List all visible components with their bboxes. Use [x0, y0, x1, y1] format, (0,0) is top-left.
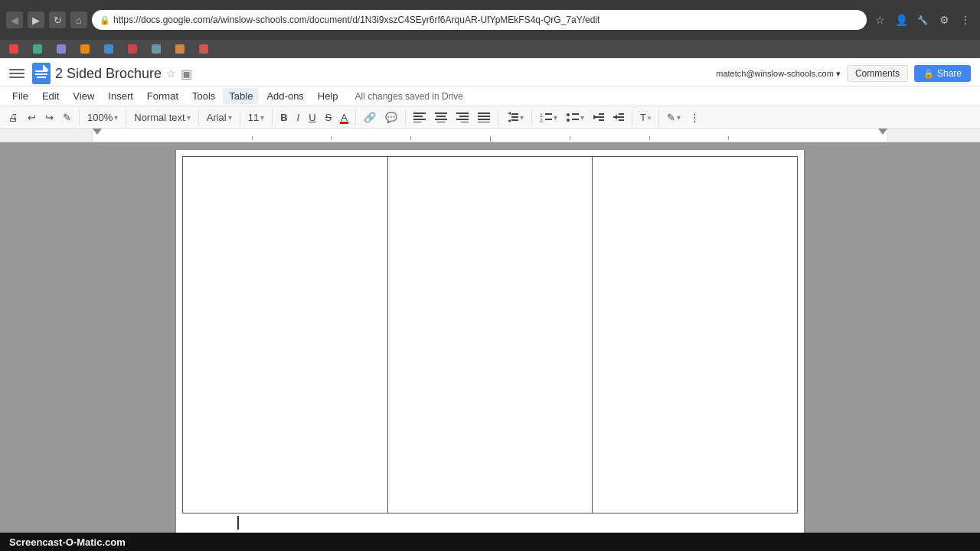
text-color-button[interactable]: A: [337, 110, 351, 125]
home-button[interactable]: ⌂: [70, 11, 87, 28]
share-button[interactable]: 🔒 Share: [914, 65, 971, 82]
bookmark-star-icon[interactable]: ☆: [871, 11, 888, 28]
svg-rect-13: [478, 116, 490, 117]
star-icon[interactable]: ☆: [166, 67, 176, 80]
align-left-button[interactable]: [410, 110, 430, 124]
ruler-tick-4: [570, 136, 570, 140]
ruler: [0, 129, 980, 142]
font-dropdown[interactable]: Arial ▾: [203, 110, 236, 125]
paintformat-button[interactable]: ✎: [59, 110, 75, 125]
hamburger-line-2: [9, 73, 24, 74]
text-cursor-area[interactable]: [237, 516, 239, 530]
undo-button[interactable]: ↩: [24, 110, 40, 125]
strikethrough-button[interactable]: S: [322, 110, 336, 125]
bullet-list-button[interactable]: ▾: [563, 110, 588, 124]
table-cell-1[interactable]: [183, 157, 388, 514]
redo-button[interactable]: ↪: [41, 110, 57, 125]
ruler-tick-5: [649, 136, 650, 140]
italic-label: I: [297, 112, 300, 123]
font-value: Arial: [207, 112, 227, 123]
bold-button[interactable]: B: [276, 110, 291, 125]
menu-table[interactable]: Table: [223, 88, 259, 104]
bookmark-5[interactable]: [100, 44, 120, 54]
bookmark-2[interactable]: [28, 44, 49, 54]
decrease-indent-button[interactable]: [590, 110, 608, 124]
bookmark-9[interactable]: [194, 44, 215, 54]
menu-help[interactable]: Help: [312, 88, 345, 104]
refresh-button[interactable]: ↻: [49, 11, 66, 28]
menu-tools[interactable]: Tools: [186, 88, 221, 104]
align-right-button[interactable]: [452, 110, 472, 124]
menu-file[interactable]: File: [6, 88, 34, 104]
paragraph-style-dropdown[interactable]: Normal text ▾: [130, 110, 194, 125]
bookmark-7[interactable]: [147, 44, 168, 54]
insert-comment-button[interactable]: 💬: [381, 110, 401, 125]
ruler-tick-6: [728, 136, 729, 140]
bookmark-9-icon: [199, 44, 208, 54]
table-cell-2[interactable]: [388, 157, 593, 514]
hamburger-line-3: [9, 77, 24, 78]
doc-area[interactable]: [0, 142, 980, 533]
sidebar-toggle-button[interactable]: [9, 66, 24, 81]
bookmark-3[interactable]: [52, 44, 73, 54]
svg-rect-29: [599, 119, 604, 121]
auto-save-status: All changes saved in Drive: [355, 91, 463, 102]
bookmark-1-icon: [9, 44, 18, 54]
extension-icon[interactable]: 🔧: [914, 11, 931, 28]
align-center-button[interactable]: [431, 110, 451, 124]
italic-button[interactable]: I: [293, 110, 304, 125]
insert-link-button[interactable]: 🔗: [360, 110, 380, 125]
ruler-margin-indicator-left[interactable]: [93, 129, 102, 135]
profile-icon[interactable]: 👤: [893, 11, 910, 28]
ruler-margin-indicator-right[interactable]: [878, 129, 887, 135]
edit-mode-button[interactable]: ✎ ▾: [663, 110, 684, 125]
bookmark-6[interactable]: [123, 44, 144, 54]
folder-icon[interactable]: ▣: [181, 67, 192, 81]
bookmark-2-icon: [33, 44, 42, 54]
forward-button[interactable]: ▶: [28, 11, 44, 28]
menu-addons[interactable]: Add-ons: [260, 88, 309, 104]
separator-2: [126, 109, 126, 125]
address-bar[interactable]: 🔒 https://docs.google.com/a/winslow-scho…: [92, 10, 867, 30]
numbered-list-arrow: ▾: [554, 113, 557, 122]
bookmark-8[interactable]: [171, 44, 191, 54]
align-justify-button[interactable]: [474, 110, 494, 124]
browser-chrome: ◀ ▶ ↻ ⌂ 🔒 https://docs.google.com/a/wins…: [0, 0, 980, 40]
clear-formatting-button[interactable]: Tx: [636, 110, 655, 125]
strikethrough-label: S: [325, 112, 332, 123]
font-size-dropdown[interactable]: 11 ▾: [244, 110, 268, 125]
paragraph-style-value: Normal text: [134, 112, 185, 123]
svg-rect-3: [413, 122, 421, 122]
separator-11: [658, 109, 659, 125]
line-spacing-button[interactable]: ▾: [502, 110, 528, 124]
menu-format[interactable]: Format: [141, 88, 185, 104]
menu-edit[interactable]: Edit: [36, 88, 65, 104]
bookmark-8-icon: [175, 44, 185, 54]
svg-rect-0: [413, 112, 426, 114]
comments-button[interactable]: Comments: [847, 65, 908, 82]
separator-10: [632, 109, 632, 125]
toolbar-expand-button[interactable]: ⋮: [686, 110, 704, 125]
table-cell-3[interactable]: [593, 157, 798, 514]
zoom-dropdown[interactable]: 100% ▾: [83, 110, 122, 125]
back-button[interactable]: ◀: [6, 11, 23, 28]
bookmark-4[interactable]: [76, 44, 96, 54]
numbered-list-button[interactable]: 1. 2. ▾: [536, 110, 561, 124]
wrench-icon[interactable]: ⚙: [936, 11, 952, 28]
menu-insert[interactable]: Insert: [102, 88, 139, 104]
print-button[interactable]: 🖨: [5, 110, 22, 125]
menu-view[interactable]: View: [67, 88, 100, 104]
ssl-lock-icon: 🔒: [100, 15, 110, 25]
title-left: 2 Sided Brochure ☆ ▣: [9, 63, 192, 84]
increase-indent-button[interactable]: [609, 110, 628, 124]
underline-button[interactable]: U: [305, 110, 319, 125]
svg-rect-21: [545, 113, 552, 115]
bullet-list-icon: [567, 112, 579, 122]
bookmark-1[interactable]: [5, 44, 25, 54]
separator-9: [531, 109, 532, 125]
separator-4: [240, 109, 240, 125]
user-email[interactable]: matetch@winslow-schools.com ▾: [716, 69, 841, 79]
bookmark-5-icon: [104, 44, 113, 54]
text-cursor: [237, 516, 239, 530]
more-tools-icon[interactable]: ⋮: [957, 11, 974, 28]
